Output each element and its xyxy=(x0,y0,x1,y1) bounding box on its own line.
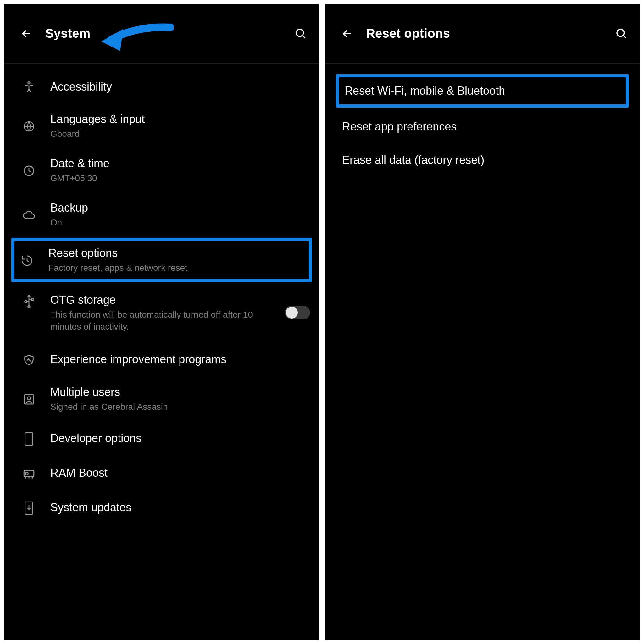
row-label: Experience improvement programs xyxy=(50,352,310,366)
reset-list: Reset Wi-Fi, mobile & Bluetooth Reset ap… xyxy=(325,64,640,640)
panel-system: System Accessibility Language xyxy=(4,4,319,640)
row-sub: Gboard xyxy=(50,128,310,140)
svg-point-4 xyxy=(25,301,27,303)
row-label: Developer options xyxy=(50,431,310,445)
row-sub: On xyxy=(50,217,310,229)
topbar-left: System xyxy=(4,4,319,64)
back-button[interactable] xyxy=(19,26,34,41)
svg-point-1 xyxy=(28,82,30,84)
row-label: Accessibility xyxy=(50,80,310,94)
clock-icon xyxy=(20,164,38,177)
row-sub: Signed in as Cerebral Assasin xyxy=(50,401,310,413)
row-ram-boost[interactable]: RAM Boost xyxy=(4,456,319,490)
system-list: Accessibility Languages & input Gboard D… xyxy=(4,64,319,640)
phone-outline-icon xyxy=(20,432,38,446)
row-sub: This function will be automatically turn… xyxy=(50,309,279,333)
row-label: Backup xyxy=(50,201,310,215)
row-accessibility[interactable]: Accessibility xyxy=(4,69,319,104)
search-icon xyxy=(615,27,628,40)
svg-point-8 xyxy=(27,397,31,400)
svg-point-11 xyxy=(25,472,28,475)
usb-icon xyxy=(20,294,38,309)
search-button[interactable] xyxy=(293,26,308,41)
row-label: Reset app preferences xyxy=(342,120,457,133)
panel-reset-options: Reset options Reset Wi-Fi, mobile & Blue… xyxy=(325,4,640,640)
page-title: System xyxy=(45,26,91,41)
page-title: Reset options xyxy=(366,26,450,41)
row-sub: Factory reset, apps & network reset xyxy=(48,262,303,274)
svg-point-0 xyxy=(296,29,303,36)
row-factory-reset[interactable]: Erase all data (factory reset) xyxy=(325,143,640,177)
row-label: Date & time xyxy=(50,156,310,170)
globe-icon xyxy=(20,120,38,133)
restore-icon xyxy=(18,254,36,267)
row-label: Reset options xyxy=(48,246,303,260)
row-reset-network[interactable]: Reset Wi-Fi, mobile & Bluetooth xyxy=(336,74,629,108)
row-otg-storage[interactable]: OTG storage This function will be automa… xyxy=(4,283,319,342)
row-label: Languages & input xyxy=(50,112,310,126)
row-multiple-users[interactable]: Multiple users Signed in as Cerebral Ass… xyxy=(4,377,319,421)
row-label: Multiple users xyxy=(50,385,310,399)
row-reset-app-prefs[interactable]: Reset app preferences xyxy=(325,110,640,143)
accessibility-icon xyxy=(20,81,38,93)
otg-toggle[interactable] xyxy=(285,306,310,319)
row-label: RAM Boost xyxy=(50,466,310,480)
search-button[interactable] xyxy=(614,26,629,41)
row-label: OTG storage xyxy=(50,293,279,307)
arrow-left-icon xyxy=(341,27,353,40)
row-backup[interactable]: Backup On xyxy=(4,192,319,237)
arrow-left-icon xyxy=(20,27,33,40)
svg-rect-7 xyxy=(24,395,34,404)
search-icon xyxy=(294,27,307,40)
row-system-updates[interactable]: System updates xyxy=(4,490,319,525)
back-button[interactable] xyxy=(340,26,355,41)
row-label: System updates xyxy=(50,500,310,514)
row-datetime[interactable]: Date & time GMT+05:30 xyxy=(4,148,319,192)
row-reset-options[interactable]: Reset options Factory reset, apps & netw… xyxy=(11,238,312,282)
row-label: Erase all data (factory reset) xyxy=(342,153,484,166)
cloud-icon xyxy=(20,208,38,222)
shield-check-icon xyxy=(20,354,38,366)
arrow-annotation xyxy=(98,19,174,57)
row-experience-programs[interactable]: Experience improvement programs xyxy=(4,342,319,377)
row-label: Reset Wi-Fi, mobile & Bluetooth xyxy=(345,84,505,97)
svg-rect-9 xyxy=(25,433,33,445)
svg-point-13 xyxy=(617,29,624,36)
topbar-right: Reset options xyxy=(325,4,640,64)
ram-boost-icon xyxy=(20,467,38,480)
row-sub: GMT+05:30 xyxy=(50,172,310,184)
person-box-icon xyxy=(20,393,38,406)
system-update-icon xyxy=(20,501,38,515)
row-developer-options[interactable]: Developer options xyxy=(4,421,319,456)
row-languages[interactable]: Languages & input Gboard xyxy=(4,104,319,148)
